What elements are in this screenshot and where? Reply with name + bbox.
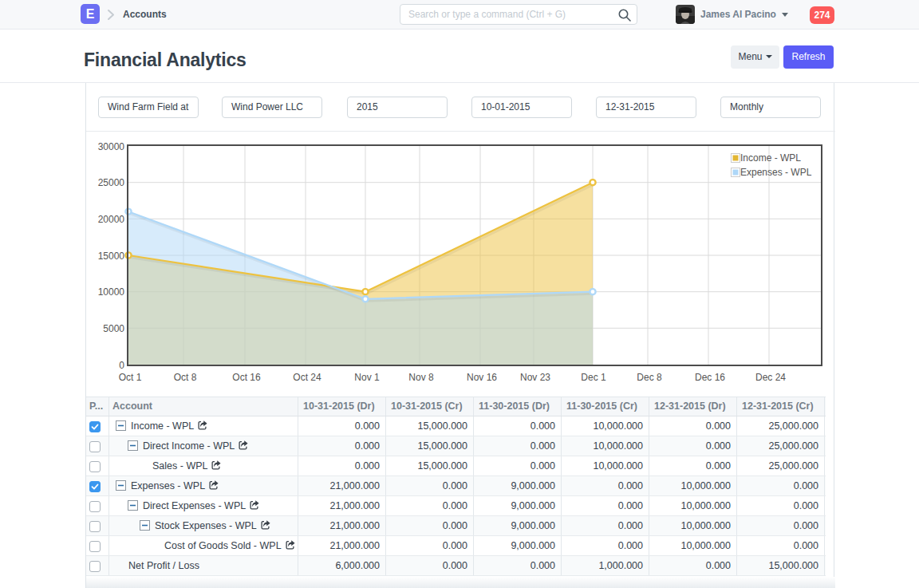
svg-text:Dec 24: Dec 24 (755, 372, 786, 383)
svg-text:15000: 15000 (98, 251, 125, 262)
svg-text:Oct 24: Oct 24 (293, 372, 321, 383)
svg-text:5000: 5000 (103, 323, 124, 334)
svg-text:Oct 16: Oct 16 (232, 372, 261, 383)
svg-text:Dec 16: Dec 16 (695, 372, 725, 383)
svg-text:Dec 1: Dec 1 (581, 372, 606, 383)
svg-text:Nov 16: Nov 16 (467, 372, 497, 383)
svg-text:20000: 20000 (98, 214, 125, 225)
svg-text:Oct 1: Oct 1 (119, 372, 142, 383)
svg-text:30000: 30000 (98, 141, 125, 152)
svg-text:Oct 8: Oct 8 (174, 372, 197, 383)
svg-text:25000: 25000 (98, 177, 125, 188)
svg-text:Nov 8: Nov 8 (408, 372, 434, 383)
svg-text:Nov 1: Nov 1 (354, 372, 380, 383)
svg-text:0: 0 (119, 360, 124, 371)
svg-text:10000: 10000 (98, 286, 125, 298)
svg-text:Nov 23: Nov 23 (520, 372, 550, 383)
svg-text:Dec 8: Dec 8 (637, 372, 662, 383)
